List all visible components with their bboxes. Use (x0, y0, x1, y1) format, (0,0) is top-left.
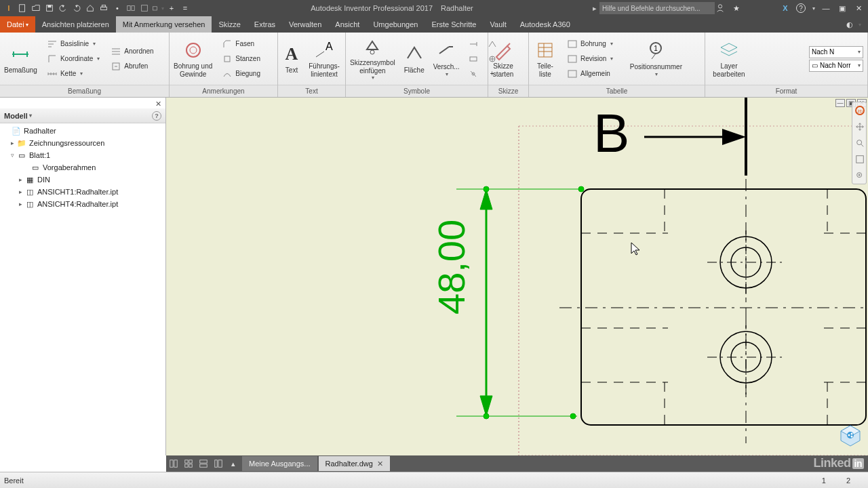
svg-rect-21 (568, 56, 576, 62)
full-nav-icon[interactable]: 2D (852, 102, 867, 119)
tab-layout-2-icon[interactable] (181, 456, 196, 471)
style-combo[interactable]: Nach N▾ (809, 46, 863, 58)
tree-view1[interactable]: ▸◫ANSICHT1:Radhalter.ipt (0, 186, 165, 198)
tab-a360[interactable]: Autodesk A360 (513, 16, 577, 33)
tb-arrow-icon[interactable]: ▸ (593, 4, 597, 13)
balloon-button[interactable]: 1 Positionsnummer▾ (618, 33, 693, 85)
tree-root[interactable]: 📄Radhalter (0, 125, 165, 137)
help-icon[interactable]: ? (796, 3, 806, 13)
zoom-window-icon[interactable] (852, 167, 867, 184)
minimize-button[interactable]: — (821, 3, 831, 14)
doctab-radhalter[interactable]: Radhalter.dwg✕ (319, 456, 390, 471)
qat-dd-icon[interactable]: ▾ (152, 2, 164, 14)
parts-list-button[interactable]: Teile- liste (529, 33, 561, 85)
bend-button[interactable]: Biegung (219, 66, 263, 81)
tab-layout-1-icon[interactable] (166, 456, 181, 471)
redo-icon[interactable] (71, 2, 83, 14)
baseline-button[interactable]: Basislinie▾ (44, 37, 102, 52)
tab-file[interactable]: Datei ▾ (0, 16, 35, 33)
zoom-all-icon[interactable] (852, 151, 867, 167)
tab-tools[interactable]: Extras (248, 16, 282, 33)
svg-rect-76 (185, 460, 188, 463)
ribbon-bullet-icon[interactable]: ◐ (846, 20, 853, 29)
tab-layout-4-icon[interactable] (211, 456, 226, 471)
tab-view[interactable]: Ansicht (328, 16, 366, 33)
tree-resources[interactable]: ▸📁Zeichnungsressourcen (0, 137, 165, 149)
sym-small-1[interactable] (465, 37, 481, 52)
dimension-button[interactable]: Bemaßung (0, 33, 41, 85)
zoom-icon[interactable] (852, 135, 867, 151)
svg-point-73 (851, 436, 853, 438)
svg-point-71 (848, 434, 850, 436)
signin-icon[interactable] (715, 3, 726, 14)
tree-border[interactable]: ▭Vorgaberahmen (0, 161, 165, 174)
browser-help-icon[interactable]: ? (152, 111, 161, 121)
tree-titleblock[interactable]: ▸▦DIN (0, 174, 165, 186)
sym-small-2[interactable] (465, 52, 481, 66)
exchange-icon[interactable]: X (780, 3, 791, 14)
surface-button[interactable]: Fläche (399, 33, 429, 85)
tab-manage[interactable]: Verwalten (282, 16, 328, 33)
layer-combo[interactable]: ▭Nach Norr▾ (809, 60, 863, 72)
maximize-button[interactable]: ▣ (837, 3, 848, 14)
dim-value-text: 48,00 (430, 220, 473, 314)
tab-vault[interactable]: Vault (484, 16, 513, 33)
leader-text-button[interactable]: A Führungs- linientext (305, 33, 343, 85)
close-button[interactable]: ✕ (853, 3, 864, 14)
sym-small-3[interactable] (465, 66, 481, 81)
star-icon[interactable]: ★ (731, 3, 742, 14)
hole-table-button[interactable]: Bohrung▾ (564, 37, 616, 52)
hole-thread-button[interactable]: Bohrung und Gewinde (170, 33, 216, 85)
retrieve-button[interactable]: Abrufen (108, 59, 156, 74)
drawing-canvas[interactable]: B (166, 98, 868, 455)
tab-annotate[interactable]: Mit Anmerkung versehen (116, 16, 212, 33)
tab-sketch[interactable]: Skizze (212, 16, 247, 33)
qat-gallery-icon[interactable] (125, 2, 137, 14)
chain-button[interactable]: Kette▾ (44, 66, 102, 81)
qat-eq-icon[interactable]: = (179, 2, 191, 14)
tab-layout-3-icon[interactable] (196, 456, 211, 471)
canvas-min-button[interactable]: — (835, 99, 845, 107)
doctab-close-icon[interactable]: ✕ (377, 460, 383, 468)
help-search[interactable]: Hilfe und Befehle durchsuchen... (599, 2, 715, 14)
pan-icon[interactable] (852, 119, 867, 135)
browser-close-button[interactable]: ✕ (153, 99, 163, 108)
svg-rect-25 (519, 126, 868, 455)
open-icon[interactable] (30, 2, 42, 14)
edit-layers-button[interactable]: Layer bearbeiten (705, 33, 753, 85)
undo-icon[interactable] (57, 2, 69, 14)
svg-rect-64 (856, 156, 864, 163)
new-icon[interactable] (16, 2, 28, 14)
doctab-home[interactable]: Meine Ausgangs... (242, 456, 317, 471)
tab-getstarted[interactable]: Erste Schritte (425, 16, 483, 33)
print-icon[interactable] (98, 2, 110, 14)
qat-item-icon[interactable] (138, 2, 151, 14)
drawing-svg: B (166, 98, 868, 455)
text-button[interactable]: A Text (278, 33, 305, 85)
arrange-button[interactable]: Anordnen (108, 44, 156, 59)
tab-environments[interactable]: Umgebungen (366, 16, 425, 33)
tab-place-views[interactable]: Ansichten platzieren (35, 16, 116, 33)
tab-up-icon[interactable]: ▴ (226, 456, 241, 471)
cursor-icon (631, 243, 639, 255)
ordinate-button[interactable]: Koordinate▾ (44, 52, 102, 66)
start-sketch-button[interactable]: Skizze starten (488, 33, 518, 85)
qat-plus-icon[interactable]: + (165, 2, 178, 14)
save-icon[interactable] (43, 2, 56, 14)
qat-more-1[interactable]: • (111, 2, 123, 14)
share-cube-icon[interactable] (838, 423, 863, 447)
svg-rect-75 (174, 460, 177, 468)
insert-sketch-symbol-button[interactable]: Skizzensymbol einfügen▾ (346, 33, 399, 85)
tree-view4[interactable]: ▸◫ANSICHT4:Radhalter.ipt (0, 198, 165, 210)
general-table-button[interactable]: Allgemein (564, 66, 616, 81)
tree-sheet[interactable]: ▿▭Blatt:1 (0, 149, 165, 161)
chamfer-button[interactable]: Fasen (219, 37, 263, 52)
punch-button[interactable]: Stanzen (219, 52, 263, 66)
help-dd-icon[interactable]: ▾ (812, 5, 815, 12)
chevron-down-icon[interactable]: ▾ (29, 113, 32, 119)
app-icon[interactable]: I (3, 2, 15, 14)
home-icon[interactable] (84, 2, 96, 14)
weld-button[interactable]: Versch...▾ (429, 33, 464, 85)
revision-table-button[interactable]: Revision▾ (564, 52, 616, 66)
model-browser: ✕ Modell ▾ ? 📄Radhalter ▸📁Zeichnungsress… (0, 98, 166, 455)
